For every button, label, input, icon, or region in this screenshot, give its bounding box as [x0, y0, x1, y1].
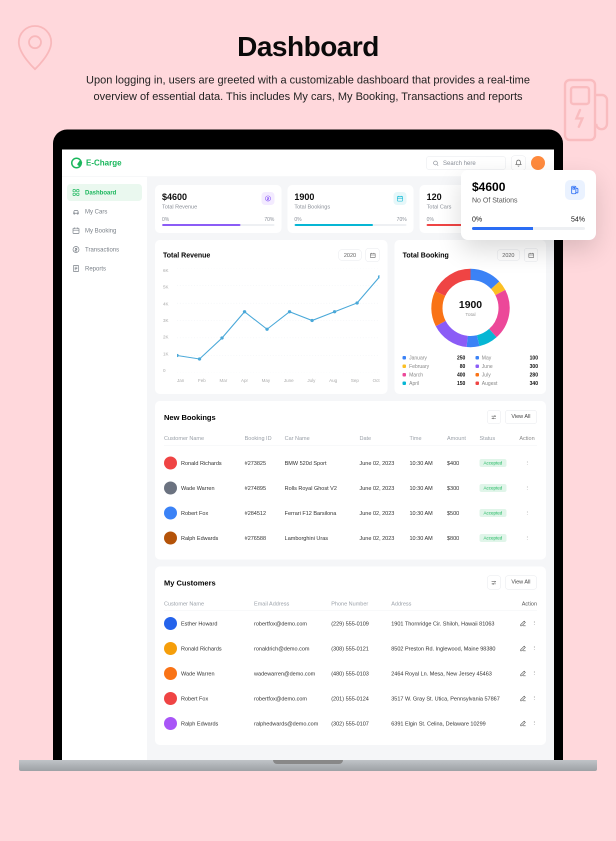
- booking-year-select[interactable]: 2020: [497, 250, 520, 260]
- customer-phone: (480) 555-0103: [331, 670, 391, 676]
- sidebar-item-reports[interactable]: Reports: [67, 260, 142, 277]
- row-menu-button[interactable]: ⋮: [532, 695, 537, 702]
- nav-icon: [72, 264, 80, 272]
- row-menu-button[interactable]: ⋮: [517, 535, 537, 542]
- booking-amount: $500: [447, 510, 480, 516]
- row-menu-button[interactable]: ⋮: [517, 460, 537, 466]
- laptop-base: [19, 760, 597, 771]
- svg-rect-4: [73, 190, 76, 192]
- svg-point-40: [493, 418, 494, 418]
- sidebar-item-transactions[interactable]: Transactions: [67, 241, 142, 258]
- table-row: Robert Foxrobertfox@demo.com(201) 555-01…: [164, 686, 537, 711]
- stations-pct-high: 54%: [571, 215, 585, 223]
- svg-point-39: [494, 416, 496, 416]
- nav-icon: [72, 208, 80, 216]
- svg-point-33: [310, 319, 314, 322]
- legend-item: May100: [476, 355, 538, 360]
- nav-label: Reports: [85, 265, 106, 272]
- svg-rect-16: [398, 196, 403, 201]
- avatar: [164, 532, 177, 544]
- logo-mark-icon: [71, 158, 82, 168]
- new-bookings-title: New Bookings: [164, 413, 216, 422]
- edit-button[interactable]: [520, 670, 526, 677]
- svg-rect-5: [76, 190, 79, 192]
- brand-logo[interactable]: E-Charge: [71, 158, 122, 168]
- customers-viewall-button[interactable]: View All: [505, 576, 537, 590]
- customer-email: ralphedwards@demo.com: [254, 720, 331, 726]
- customer-email: ronaldrich@demo.com: [254, 646, 331, 652]
- revenue-year-select[interactable]: 2020: [338, 250, 362, 260]
- stat-label: Total Cars: [426, 204, 452, 210]
- customer-name: Wade Warren: [181, 485, 214, 491]
- search-input[interactable]: Search here: [426, 156, 506, 170]
- avatar: [164, 506, 177, 520]
- table-row: Ralph Edwardsralphedwards@demo.com(302) …: [164, 711, 537, 736]
- donut-value: 1900: [458, 298, 482, 310]
- sidebar-item-my-cars[interactable]: My Cars: [67, 203, 142, 220]
- row-menu-button[interactable]: ⋮: [532, 620, 537, 627]
- bg-pin-icon: [5, 20, 65, 80]
- row-menu-button[interactable]: ⋮: [532, 670, 537, 677]
- booking-donut-chart: 1900 Total: [402, 268, 538, 348]
- row-menu-button[interactable]: ⋮: [517, 510, 537, 516]
- stat-value: 1900: [294, 192, 330, 202]
- calendar-icon: [370, 252, 376, 258]
- main-content: $4600 No Of Stations 0% 54%: [147, 177, 554, 760]
- brand-name: E-Charge: [86, 158, 122, 168]
- customers-section: My Customers View All Customer Name: [155, 566, 546, 745]
- nav-icon: [72, 246, 80, 254]
- search-placeholder: Search here: [443, 160, 476, 166]
- customer-name: Esther Howard: [181, 620, 218, 626]
- row-menu-button[interactable]: ⋮: [532, 720, 537, 727]
- avatar: [164, 667, 177, 680]
- new-bookings-section: New Bookings View All Customer Name: [155, 401, 546, 560]
- svg-point-0: [29, 36, 41, 48]
- booking-time: 10:30 AM: [410, 460, 447, 466]
- sidebar-item-dashboard[interactable]: Dashboard: [67, 184, 142, 201]
- stats-row: $4600 No Of Stations 0% 54%: [155, 185, 546, 233]
- row-menu-button[interactable]: ⋮: [517, 485, 537, 492]
- edit-button[interactable]: [520, 695, 526, 702]
- booking-time: 10:30 AM: [410, 485, 447, 491]
- edit-icon: [520, 695, 526, 702]
- revenue-calendar-button[interactable]: [366, 248, 380, 262]
- svg-point-35: [356, 302, 359, 304]
- customers-filter-button[interactable]: [487, 576, 501, 590]
- bookings-viewall-button[interactable]: View All: [505, 410, 537, 424]
- customer-name: Ralph Edwards: [181, 720, 218, 726]
- user-avatar[interactable]: [531, 156, 545, 170]
- status-badge: Accepted: [480, 534, 506, 542]
- customer-address: 3517 W. Gray St. Utica, Pennsylvania 578…: [391, 696, 507, 702]
- svg-rect-37: [528, 253, 534, 258]
- booking-chart-card: Total Booking 2020: [394, 240, 546, 394]
- sidebar-item-my-booking[interactable]: My Booking: [67, 222, 142, 239]
- customer-name: Robert Fox: [181, 510, 208, 516]
- customer-name: Wade Warren: [181, 670, 214, 676]
- svg-rect-19: [370, 253, 375, 258]
- hero-subtitle: Upon logging in, users are greeted with …: [83, 72, 533, 104]
- customer-address: 2464 Royal Ln. Mesa, New Jersey 45463: [391, 670, 507, 676]
- svg-point-28: [198, 358, 202, 360]
- booking-time: 10:30 AM: [410, 510, 447, 516]
- row-menu-button[interactable]: ⋮: [532, 645, 537, 652]
- stations-value: $4600: [472, 180, 518, 194]
- avatar: [164, 692, 177, 705]
- booking-date: June 02, 2023: [360, 485, 410, 491]
- stat-value: 120: [426, 192, 452, 202]
- hero-title: Dashboard: [30, 30, 586, 62]
- svg-point-31: [266, 328, 269, 330]
- status-badge: Accepted: [480, 459, 506, 467]
- calendar-icon: [528, 252, 534, 258]
- edit-button[interactable]: [520, 620, 526, 627]
- legend-item: April150: [402, 380, 465, 386]
- edit-button[interactable]: [520, 720, 526, 727]
- booking-calendar-button[interactable]: [524, 248, 538, 262]
- edit-button[interactable]: [520, 645, 526, 652]
- legend-item: February80: [402, 364, 465, 369]
- customer-phone: (229) 555-0109: [331, 620, 391, 626]
- customers-title: My Customers: [164, 578, 216, 587]
- notifications-button[interactable]: [511, 156, 526, 170]
- bookings-filter-button[interactable]: [487, 410, 501, 424]
- svg-point-34: [333, 310, 336, 313]
- sliders-icon: [490, 414, 497, 420]
